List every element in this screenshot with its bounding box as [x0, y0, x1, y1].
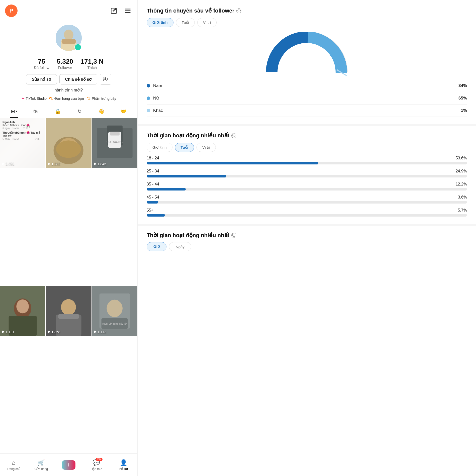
legend-label-male: Nam	[153, 83, 162, 88]
section-divider-2	[138, 224, 476, 226]
bar-track-2	[147, 175, 467, 177]
legend-pct-other: 1%	[461, 108, 467, 113]
age-bar-list: 18 - 24 53.6% 25 - 34 24.9% 35 - 44 12.2…	[147, 156, 467, 217]
nav-create[interactable]: +	[55, 460, 82, 470]
activity1-filter-location[interactable]: Vị trí	[197, 143, 216, 152]
filter-gender[interactable]: Giới tính	[147, 18, 173, 27]
nav-home[interactable]: ⌂ Trang chủ	[0, 459, 28, 471]
svg-text:★: ★	[115, 9, 116, 10]
svg-text:Tuyệt vời cũng bấy lần: Tuyệt vời cũng bấy lần	[102, 322, 127, 325]
age-range-2: 25 - 34	[147, 169, 159, 173]
tab-liked[interactable]: 👋	[91, 105, 111, 118]
video-count-5: 1.368	[48, 330, 60, 334]
legend-dot-male	[147, 84, 150, 87]
followers-count: 5.320	[57, 58, 73, 65]
follower-info-icon[interactable]: ⓘ	[236, 8, 241, 13]
tab-lock[interactable]: 🔒	[48, 105, 68, 118]
age-range-1: 18 - 24	[147, 156, 159, 160]
video-count-6: 1.112	[94, 330, 106, 334]
profile-label: Hồ sơ	[120, 467, 128, 471]
age-range-5: 55+	[147, 208, 153, 213]
tab-repost[interactable]: ↻	[70, 105, 89, 118]
bar-track-4	[147, 201, 467, 204]
avatar-wrap: +	[55, 24, 82, 52]
video-thumb-3[interactable]: CO DUONG 1.845	[92, 118, 137, 168]
video-thumb-5[interactable]: 1.368	[46, 286, 91, 336]
age-bar-35-44: 35 - 44 12.2%	[147, 182, 467, 191]
legend-item-male: Nam 34%	[147, 80, 467, 92]
activity1-filter-gender[interactable]: Giới tính	[147, 143, 172, 152]
nav-shop[interactable]: 🛒 Cửa hàng	[28, 459, 55, 471]
nav-inbox[interactable]: 💬 99+ Hộp thư	[82, 459, 110, 471]
avatar-plus-button[interactable]: +	[74, 44, 81, 51]
donut-chart-wrap	[147, 32, 467, 77]
bar-fill-3	[147, 188, 186, 191]
svg-point-10	[104, 77, 106, 79]
orders-link[interactable]: 🛍 Đơn hàng của bạn	[49, 96, 84, 101]
nav-profile[interactable]: 👤 Hồ sơ	[110, 459, 137, 471]
shop-icon: 🛒	[37, 459, 45, 466]
top-icons: ★	[109, 6, 132, 15]
home-icon: ⌂	[12, 459, 16, 466]
bookmark-icon[interactable]: ★	[109, 6, 118, 15]
filter-age[interactable]: Tuổi	[176, 18, 195, 27]
activity1-info-icon[interactable]: ⓘ	[231, 133, 236, 138]
followers-label: Follower	[58, 65, 72, 70]
age-pct-5: 5.7%	[458, 208, 467, 213]
bio-text: hành trình mới?	[55, 88, 83, 92]
video-thumb-2[interactable]: 1.282	[46, 118, 91, 168]
follower-section-title: Thông tin chuyên sâu về follower ⓘ	[147, 8, 467, 14]
nav-tabs: ⊞▾ 🛍 🔒 ↻ 👋 🤝	[0, 105, 137, 118]
video-thumb-4[interactable]: 1.121	[0, 286, 45, 336]
likes-stat: 171,3 N Thích	[81, 58, 104, 70]
legend-pct-male: 34%	[458, 83, 467, 88]
links-row: ✦ TikTok Studio 🛍 Đơn hàng của bạn 🛍 Phầ…	[21, 96, 116, 101]
filter-location[interactable]: Vị trí	[197, 18, 217, 27]
menu-icon[interactable]	[123, 6, 132, 15]
stats-row: 75 Đã follow 5.320 Follower 171,3 N Thíc…	[34, 58, 104, 70]
video-thumb-1[interactable]: NgocAnh thách Mthoi fi Dhoa🌺 6 ngày · Tr…	[0, 118, 45, 168]
create-button[interactable]: +	[62, 460, 75, 470]
following-label: Đã follow	[34, 65, 49, 70]
inbox-label: Hộp thư	[91, 467, 102, 471]
edit-profile-button[interactable]: Sửa hồ sơ	[26, 74, 57, 84]
video-count-1: 1.451	[2, 162, 14, 166]
showcase-link[interactable]: 🛍 Phần trưng bày	[86, 96, 116, 101]
bar-track-3	[147, 188, 467, 191]
home-label: Trang chủ	[7, 467, 21, 471]
bag-icon: 🛍	[49, 96, 53, 101]
video-thumb-6[interactable]: Tuyệt vời cũng bấy lần 1.112	[92, 286, 137, 336]
video-count-3: 1.845	[94, 162, 106, 166]
svg-rect-30	[58, 314, 79, 319]
age-bar-55plus: 55+ 5.7%	[147, 208, 467, 217]
bar-track-5	[147, 214, 467, 217]
tab-collab[interactable]: 🤝	[114, 105, 133, 118]
legend-pct-female: 65%	[458, 96, 467, 101]
top-bar: P ★	[0, 0, 137, 22]
bar-track-1	[147, 162, 467, 164]
activity1-filter-age[interactable]: Tuổi	[175, 143, 194, 152]
age-pct-1: 53.6%	[456, 156, 467, 160]
legend-item-female: Nữ 65%	[147, 92, 467, 105]
bag2-icon: 🛍	[86, 96, 90, 101]
time-tab-day[interactable]: Ngày	[169, 242, 191, 251]
tab-grid[interactable]: ⊞▾	[4, 105, 24, 118]
age-bar-25-34: 25 - 34 24.9%	[147, 169, 467, 177]
comment-line-1: NgocAnh thách Mthoi fi Dhoa🌺 6 ngày · Tr…	[3, 121, 43, 130]
share-profile-button[interactable]: Chia sẻ hồ sơ	[59, 74, 98, 84]
svg-point-33	[107, 300, 123, 317]
svg-text:CO DUONG: CO DUONG	[106, 140, 123, 144]
video-count-4: 1.121	[2, 330, 14, 334]
profile-section: + 75 Đã follow 5.320 Follower 171,3 N Th…	[0, 22, 137, 105]
age-bar-45-54: 45 - 54 3.6%	[147, 195, 467, 204]
video-count-2: 1.282	[48, 162, 60, 166]
add-friend-button[interactable]	[100, 74, 111, 85]
svg-point-7	[64, 30, 73, 40]
bar-fill-2	[147, 175, 226, 177]
tiktok-studio-link[interactable]: ✦ TikTok Studio	[21, 96, 47, 101]
tab-shop[interactable]: 🛍	[26, 105, 46, 118]
time-tab-hour[interactable]: Giờ	[147, 242, 166, 251]
svg-point-36	[283, 49, 330, 77]
activity2-info-icon[interactable]: ⓘ	[231, 233, 236, 238]
svg-rect-9	[62, 39, 76, 44]
